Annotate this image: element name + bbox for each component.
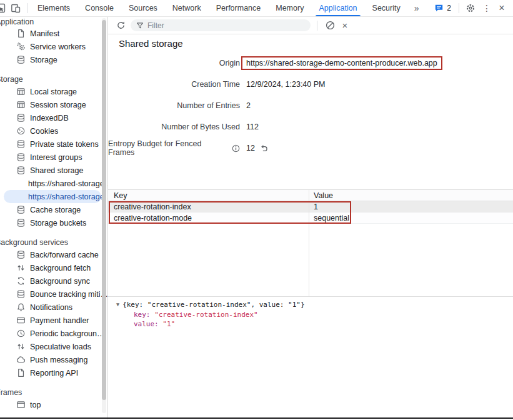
tab-application[interactable]: Application (311, 0, 364, 16)
sidebar-item-private-state-tokens[interactable]: Private state tokens (0, 138, 107, 151)
tab-network[interactable]: Network (165, 0, 209, 16)
sidebar-item-interest-groups[interactable]: Interest groups (0, 151, 107, 164)
tab-console[interactable]: Console (77, 0, 121, 16)
sidebar-section-frames: Frames (0, 387, 107, 398)
sidebar-item-label: Cache storage (30, 206, 81, 214)
sidebar-scrollbar-thumb[interactable] (102, 20, 106, 400)
sidebar-item-speculative-loads[interactable]: Speculative loads (0, 340, 107, 353)
close-view-icon[interactable]: × (337, 18, 352, 33)
panel-toolbar: × (108, 17, 513, 34)
close-devtools-icon[interactable]: × (494, 0, 509, 16)
database-icon (16, 289, 26, 299)
sidebar-tree: ApplicationManifestService workersStorag… (0, 17, 107, 411)
reset-budget-icon[interactable] (260, 144, 268, 152)
filter-input[interactable] (147, 21, 305, 30)
more-options-icon[interactable]: ⋮ (479, 0, 494, 16)
database-icon (16, 250, 26, 260)
sidebar-item-indexeddb[interactable]: IndexedDB (0, 111, 107, 124)
sidebar-item-label: Push messaging (30, 356, 87, 364)
table-header-row: KeyValue (108, 190, 513, 201)
tab-memory[interactable]: Memory (268, 0, 311, 16)
sidebar-item-cache-storage[interactable]: Cache storage (0, 203, 107, 216)
more-tabs-button[interactable]: » (408, 0, 426, 16)
detail-value-text: 112 (246, 122, 259, 131)
sidebar-item-label: Background fetch (30, 264, 91, 272)
tab-security[interactable]: Security (365, 0, 408, 16)
expand-triangle-icon[interactable]: ▼ (116, 300, 119, 310)
database-icon (16, 113, 26, 123)
detail-row-number-of-bytes-used: Number of Bytes Used112 (108, 116, 513, 138)
sidebar-section-storage: Storage (0, 74, 107, 85)
sidebar-item-manifest[interactable]: Manifest (0, 27, 107, 40)
refresh-icon[interactable] (113, 18, 128, 33)
detail-label: Number of Bytes Used (108, 122, 240, 131)
detail-value: https://shared-storage-demo-content-prod… (246, 56, 442, 70)
sidebar-item-label: Reporting API (30, 369, 78, 378)
database-icon (16, 139, 26, 149)
sidebar-item-shared-storage[interactable]: Shared storage (0, 164, 107, 177)
sidebar-item-https-shared-storage[interactable]: https://shared-storage… (0, 177, 107, 190)
table-icon (16, 87, 26, 97)
table-row[interactable]: creative-rotation-index1 (108, 201, 513, 212)
sidebar-item-top[interactable]: top (0, 398, 107, 411)
annotation-box-origin: https://shared-storage-demo-content-prod… (241, 56, 442, 70)
sidebar-item-label: Local storage (30, 88, 77, 96)
tab-performance[interactable]: Performance (209, 0, 269, 16)
sidebar-item-storage[interactable]: Storage (0, 53, 107, 66)
tab-elements[interactable]: Elements (30, 0, 77, 16)
column-divider[interactable] (309, 190, 309, 296)
property-name: key: (134, 311, 154, 319)
cell-value: 1 (309, 202, 513, 211)
sidebar-item-service-workers[interactable]: Service workers (0, 40, 107, 53)
sidebar-item-label: Background sync (30, 277, 90, 286)
sidebar-item-session-storage[interactable]: Session storage (0, 98, 107, 111)
sidebar-item-bounce-tracking-miti[interactable]: Bounce tracking miti… (0, 288, 107, 301)
detail-row-creation-time: Creation Time12/9/2024, 1:23:40 PM (108, 74, 513, 95)
property-value: "1" (162, 320, 175, 328)
sidebar-item-back-forward-cache[interactable]: Back/forward cache (0, 248, 107, 261)
console-messages-badge[interactable]: 2 (429, 4, 456, 12)
info-icon[interactable] (232, 144, 240, 152)
cookie-icon (16, 126, 26, 136)
clear-block-icon[interactable] (322, 18, 337, 33)
divider (459, 3, 459, 13)
inspect-element-icon[interactable] (0, 3, 7, 14)
sidebar-item-label: Bounce tracking miti… (30, 290, 108, 299)
tab-sources[interactable]: Sources (121, 0, 165, 16)
sidebar-item-periodic-backgroun[interactable]: Periodic backgroun… (0, 327, 107, 340)
sidebar-item-label: Cookies (30, 127, 58, 136)
sidebar-item-background-sync[interactable]: Background sync (0, 274, 107, 288)
table-row[interactable]: creative-rotation-modesequential (108, 212, 513, 224)
cell-key: creative-rotation-mode (108, 214, 309, 222)
panel-tabs: ElementsConsoleSourcesNetworkPerformance… (30, 0, 426, 16)
shared-storage-table: KeyValue creative-rotation-index1creativ… (108, 189, 513, 297)
sidebar-item-storage-buckets[interactable]: Storage buckets (0, 216, 107, 229)
device-toolbar-icon[interactable] (7, 0, 24, 16)
devtools-content: ApplicationManifestService workersStorag… (0, 17, 513, 419)
column-header-key[interactable]: Key (108, 191, 309, 200)
sidebar-item-push-messaging[interactable]: Push messaging (0, 353, 107, 366)
sidebar-item-payment-handler[interactable]: Payment handler (0, 314, 107, 327)
devtools-tabbar: ElementsConsoleSourcesNetworkPerformance… (0, 0, 513, 17)
property-name: value: (134, 320, 162, 328)
sidebar-item-reporting-api[interactable]: Reporting API (0, 366, 107, 379)
settings-gear-icon[interactable] (462, 0, 479, 16)
detail-label: Entropy Budget for Fenced Frames (108, 139, 240, 157)
gears-icon (16, 42, 26, 52)
detail-value-text: 12/9/2024, 1:23:40 PM (246, 80, 325, 89)
sidebar-item-background-fetch[interactable]: Background fetch (0, 261, 107, 274)
database-icon (16, 55, 26, 65)
shared-storage-panel: × Shared storage Originhttps://shared-st… (108, 17, 513, 419)
sync-icon (16, 276, 26, 286)
sidebar-item-cookies[interactable]: Cookies (0, 124, 107, 138)
column-header-value[interactable]: Value (309, 191, 513, 200)
document-icon (16, 368, 26, 378)
sidebar-item-notifications[interactable]: Notifications (0, 301, 107, 314)
database-icon (16, 152, 26, 162)
sidebar-item-local-storage[interactable]: Local storage (0, 85, 107, 98)
detail-row-number-of-entries: Number of Entries2 (108, 95, 513, 116)
sidebar-item-https-shared-storage[interactable]: https://shared-storage… (4, 190, 101, 203)
sidebar-item-label: https://shared-storage… (28, 192, 108, 201)
detail-label: Creation Time (108, 80, 240, 89)
detail-label-text: Number of Entries (177, 101, 240, 110)
